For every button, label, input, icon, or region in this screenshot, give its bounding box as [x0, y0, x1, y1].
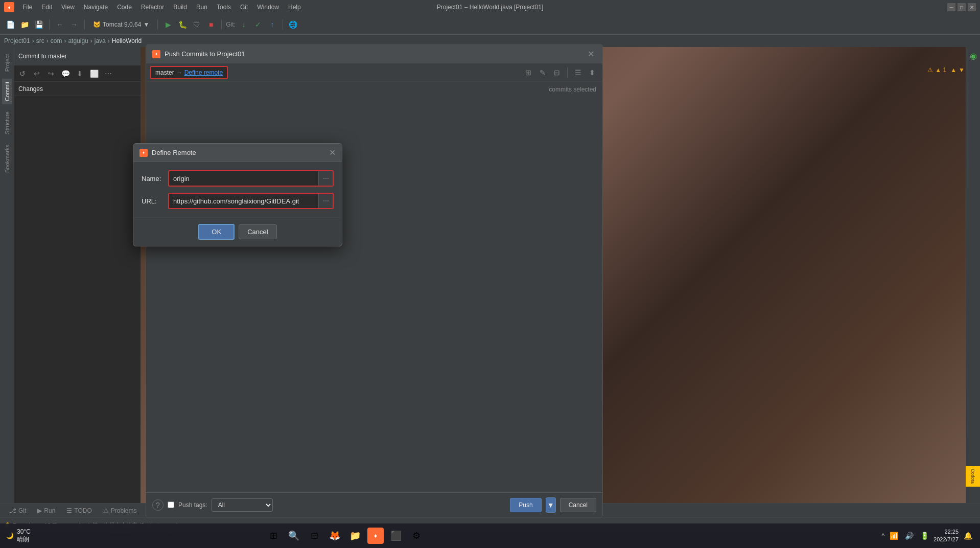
tb-widgets-btn[interactable]: ⊟ [306, 528, 322, 544]
bc-java[interactable]: java [95, 37, 106, 44]
tab-git[interactable]: ⎇ Git [4, 505, 31, 516]
download-btn[interactable]: ⬇ [74, 67, 86, 80]
tomcat-icon: 🐱 [93, 21, 101, 28]
push-tree-btn[interactable]: ⬍ [586, 66, 598, 79]
translate-btn[interactable]: 🌐 [287, 18, 299, 31]
menu-file[interactable]: File [18, 3, 36, 12]
tomcat-selector[interactable]: 🐱 Tomcat 9.0.64 ▼ [89, 19, 153, 30]
push-dialog-close-button[interactable]: ✕ [586, 47, 596, 61]
git-commit-btn[interactable]: ✓ [252, 18, 264, 31]
tb-settings-btn[interactable]: ⚙ [408, 528, 425, 544]
ok-button[interactable]: OK [198, 224, 235, 240]
tray-sound-icon[interactable]: 🔊 [903, 530, 915, 542]
vtab-commit[interactable]: Commit [2, 79, 12, 104]
weather-icon: 🌙 [6, 532, 14, 539]
toolbar: 📄 📁 💾 ← → 🐱 Tomcat 9.0.64 ▼ ▶ 🐛 🛡 ■ Git:… [0, 14, 980, 35]
bc-src[interactable]: src [36, 37, 44, 44]
bc-atguigu[interactable]: atguigu [68, 37, 88, 44]
debug-btn[interactable]: 🐛 [176, 18, 189, 31]
menu-view[interactable]: View [57, 3, 79, 12]
tray-expand-icon[interactable]: ^ [881, 532, 884, 539]
dr-cancel-button[interactable]: Cancel [239, 224, 276, 239]
notification-center-icon[interactable]: 🔔 [962, 530, 974, 542]
commit-header: Commit to master [14, 47, 141, 65]
codota-icon[interactable]: ◉ [970, 51, 977, 61]
name-input-icon[interactable]: ⋯ [318, 171, 333, 186]
undo-btn[interactable]: ↩ [31, 67, 43, 80]
vtab-project[interactable]: Project [2, 51, 12, 75]
stop-btn[interactable]: ■ [205, 18, 217, 31]
push-help-button[interactable]: ? [152, 499, 164, 511]
url-input-icon[interactable]: ⋯ [318, 194, 333, 208]
bc-sep-3: › [64, 37, 66, 44]
tab-todo[interactable]: ☰ TODO [61, 505, 97, 516]
clock: 22:25 [934, 528, 959, 536]
push-tags-checkbox[interactable] [168, 501, 174, 508]
toolbar-open-btn[interactable]: 📁 [18, 18, 31, 31]
tb-terminal-btn[interactable]: ⬛ [388, 528, 404, 544]
toolbar-back-btn[interactable]: ← [54, 18, 66, 31]
menu-git[interactable]: Git [236, 3, 252, 12]
menu-window[interactable]: Window [253, 3, 283, 12]
tb-intellij-btn[interactable]: ♦ [367, 528, 384, 544]
separator-3 [157, 19, 158, 30]
weather-desc: 晴朗 [17, 535, 31, 544]
menu-tools[interactable]: Tools [213, 3, 235, 12]
tab-run[interactable]: ▶ Run [32, 505, 60, 516]
date-display: 2022/7/27 [934, 536, 959, 543]
coverage-btn[interactable]: 🛡 [191, 18, 203, 31]
toolbar-save-btn[interactable]: 💾 [33, 18, 45, 31]
toolbar-forward-btn[interactable]: → [68, 18, 80, 31]
warning-collapse-icon: ▼ [959, 66, 965, 74]
push-tags-select[interactable]: All [212, 498, 273, 512]
run-btn[interactable]: ▶ [162, 18, 174, 31]
name-input-wrap: ⋯ [168, 170, 334, 187]
define-remote-titlebar: ♦ Define Remote ✕ [133, 144, 342, 162]
url-label: URL: [142, 197, 162, 205]
diff-btn[interactable]: ⬜ [88, 67, 100, 80]
define-remote-link[interactable]: Define remote [184, 69, 223, 76]
menu-edit[interactable]: Edit [37, 3, 56, 12]
tb-files-btn[interactable]: 📁 [347, 528, 363, 544]
menu-navigate[interactable]: Navigate [80, 3, 112, 12]
redo-btn[interactable]: ↪ [45, 67, 57, 80]
push-cancel-button[interactable]: Cancel [560, 498, 596, 512]
refresh-btn[interactable]: ↺ [16, 67, 29, 80]
git-update-btn[interactable]: ↓ [238, 18, 250, 31]
tab-problems[interactable]: ⚠ Problems [98, 505, 142, 516]
close-button[interactable]: ✕ [968, 3, 976, 11]
comment-btn[interactable]: 💬 [59, 67, 72, 80]
push-edit-btn[interactable]: ✎ [536, 66, 549, 79]
push-preview-btn[interactable]: ⊟ [551, 66, 563, 79]
vtab-bookmarks[interactable]: Bookmarks [2, 142, 12, 176]
name-input[interactable] [169, 172, 318, 186]
tray-battery-icon[interactable]: 🔋 [918, 530, 930, 542]
push-layout-btn[interactable]: ⊞ [522, 66, 534, 79]
menu-build[interactable]: Build [169, 3, 191, 12]
minimize-button[interactable]: ─ [947, 3, 955, 11]
tb-start-btn[interactable]: ⊞ [265, 528, 282, 544]
tray-network-icon[interactable]: 📶 [888, 530, 900, 542]
menu-code[interactable]: Code [113, 3, 136, 12]
tb-browser-btn[interactable]: 🦊 [326, 528, 343, 544]
bc-com[interactable]: com [51, 37, 62, 44]
push-dropdown-btn[interactable]: ▼ [546, 497, 556, 513]
url-input[interactable] [169, 194, 318, 208]
tb-search-btn[interactable]: 🔍 [286, 528, 302, 544]
menu-run[interactable]: Run [192, 3, 212, 12]
settings-btn[interactable]: ⋯ [102, 67, 114, 80]
vtab-structure[interactable]: Structure [2, 108, 12, 138]
bc-project[interactable]: Project01 [4, 37, 30, 44]
menu-help[interactable]: Help [284, 3, 305, 12]
menu-refactor[interactable]: Refactor [137, 3, 168, 12]
push-list-btn[interactable]: ☰ [572, 66, 584, 79]
git-push-btn[interactable]: ↑ [266, 18, 278, 31]
maximize-button[interactable]: □ [958, 3, 966, 11]
branch-indicator[interactable]: master → Define remote [150, 66, 228, 79]
bc-helloworld[interactable]: HelloWorld [112, 37, 142, 44]
push-button[interactable]: Push [510, 498, 541, 512]
dr-close-button[interactable]: ✕ [329, 148, 336, 157]
tomcat-label: Tomcat 9.0.64 [103, 21, 141, 28]
toolbar-new-btn[interactable]: 📄 [4, 18, 16, 31]
push-dialog-titlebar: ♦ Push Commits to Project01 ✕ [146, 45, 602, 63]
